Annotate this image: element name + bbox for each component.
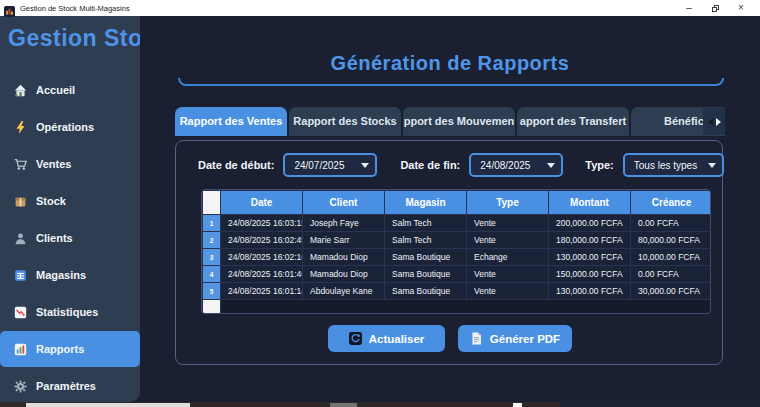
window-titlebar: Gestion de Stock Multi-Magasins – ×: [0, 0, 760, 16]
column-header-client[interactable]: Client: [303, 191, 385, 215]
sidebar-item-label: Paramètres: [36, 380, 96, 392]
taskbar-item[interactable]: [26, 403, 190, 407]
table-cell[interactable]: Salm Tech: [385, 232, 467, 249]
table-corner-cell: [203, 191, 221, 215]
row-header-cell[interactable]: 1: [203, 215, 221, 232]
gear-icon: [14, 380, 27, 393]
row-header-cell[interactable]: 2: [203, 232, 221, 249]
taskbar-item[interactable]: [330, 403, 357, 407]
sidebar-item-magasins[interactable]: Magasins: [0, 257, 140, 293]
start-date-label: Date de début:: [198, 159, 274, 171]
table-cell[interactable]: 180,000.00 FCFA: [549, 232, 631, 249]
taskbar-right: [560, 402, 760, 407]
table-cell[interactable]: Mamadou Diop: [303, 249, 385, 266]
table-cell[interactable]: 10,000.00 FCFA: [631, 249, 712, 266]
table-cell[interactable]: 0.00 FCFA: [631, 266, 712, 283]
table-cell[interactable]: 0.00 FCFA: [631, 215, 712, 232]
cart-icon: [14, 158, 27, 171]
sidebar-item-statistiques[interactable]: Statistiques: [0, 294, 140, 330]
type-select[interactable]: Tous les types: [623, 153, 724, 177]
sidebar-item-stock[interactable]: Stock: [0, 183, 140, 219]
table-cell[interactable]: 130,000.00 FCFA: [549, 283, 631, 300]
store-icon: [14, 269, 27, 282]
generate-pdf-button[interactable]: Générer PDF: [458, 325, 572, 352]
restore-icon[interactable]: [708, 2, 722, 14]
table-cell[interactable]: Echange: [467, 249, 549, 266]
tab-stocks[interactable]: Rapport des Stocks: [289, 107, 401, 136]
row-header-cell[interactable]: 5: [203, 283, 221, 300]
table-cell[interactable]: Abdoulaye Kane: [303, 283, 385, 300]
table-row[interactable]: 424/08/2025 16:01:46Mamadou DiopSama Bou…: [203, 266, 712, 283]
table-cell[interactable]: Sama Boutique: [385, 249, 467, 266]
sidebar-item-rapports[interactable]: Rapports: [0, 331, 140, 367]
window-title: Gestion de Stock Multi-Magasins: [20, 4, 682, 13]
report-tabs: Rapport des VentesRapport des Stocksppor…: [175, 107, 725, 136]
report-table-container: DateClientMagasinTypeMontantCréance124/0…: [201, 189, 711, 314]
table-cell[interactable]: Salm Tech: [385, 215, 467, 232]
table-cell[interactable]: Vente: [467, 266, 549, 283]
table-cell[interactable]: 30,000.00 FCFA: [631, 283, 712, 300]
refresh-button[interactable]: Actualiser: [328, 325, 445, 352]
tab-scroll-left-icon[interactable]: [708, 118, 713, 126]
table-row[interactable]: 524/08/2025 16:01:14Abdoulaye KaneSama B…: [203, 283, 712, 300]
type-value: Tous les types: [634, 160, 708, 171]
minimize-icon[interactable]: –: [682, 2, 696, 14]
column-header-date[interactable]: Date: [221, 191, 303, 215]
tab-mouvements[interactable]: pport des Mouvemen: [403, 107, 515, 136]
table-cell[interactable]: 80,000.00 FCFA: [631, 232, 712, 249]
app-icon: [4, 3, 15, 14]
table-cell[interactable]: Joseph Faye: [303, 215, 385, 232]
column-header-montant[interactable]: Montant: [549, 191, 631, 215]
refresh-button-label: Actualiser: [369, 333, 425, 345]
sidebar-item-label: Ventes: [36, 158, 71, 170]
table-cell[interactable]: 24/08/2025 16:01:14: [221, 283, 303, 300]
app-logo-text: Gestion Stock: [8, 25, 140, 52]
sidebar-item-parametres[interactable]: Paramètres: [0, 368, 140, 402]
sidebar-item-label: Statistiques: [36, 306, 98, 318]
table-cell[interactable]: 24/08/2025 16:02:45: [221, 232, 303, 249]
table-cell[interactable]: 130,000.00 FCFA: [549, 249, 631, 266]
table-cell[interactable]: Vente: [467, 215, 549, 232]
start-date-select[interactable]: 24/07/2025: [283, 153, 377, 177]
end-date-select[interactable]: 24/08/2025: [469, 153, 563, 177]
sidebar-item-clients[interactable]: Clients: [0, 220, 140, 256]
sidebar-item-label: Accueil: [36, 84, 75, 96]
tab-ventes[interactable]: Rapport des Ventes: [175, 107, 287, 136]
table-cell[interactable]: Vente: [467, 232, 549, 249]
table-cell[interactable]: 24/08/2025 16:02:16: [221, 249, 303, 266]
table-row[interactable]: 324/08/2025 16:02:16Mamadou DiopSama Bou…: [203, 249, 712, 266]
table-row[interactable]: 224/08/2025 16:02:45Marie SarrSalm TechV…: [203, 232, 712, 249]
person-icon: [14, 232, 27, 245]
sidebar-item-accueil[interactable]: Accueil: [0, 72, 140, 108]
table-cell[interactable]: Sama Boutique: [385, 266, 467, 283]
table-row[interactable]: 124/08/2025 16:03:15Joseph FayeSalm Tech…: [203, 215, 712, 232]
table-cell[interactable]: 24/08/2025 16:03:15: [221, 215, 303, 232]
pdf-document-icon: [470, 332, 483, 345]
sidebar-item-label: Clients: [36, 232, 73, 244]
column-header-créance[interactable]: Créance: [631, 191, 712, 215]
row-header-cell[interactable]: 4: [203, 266, 221, 283]
tab-transferts[interactable]: apport des Transfert: [517, 107, 629, 136]
column-header-magasin[interactable]: Magasin: [385, 191, 467, 215]
tab-scroll-right-icon[interactable]: [716, 118, 721, 126]
table-cell[interactable]: 200,000.00 FCFA: [549, 215, 631, 232]
table-cell[interactable]: Marie Sarr: [303, 232, 385, 249]
sidebar: Gestion Stock AccueilOpérationsVentesSto…: [0, 16, 140, 402]
table-cell[interactable]: Mamadou Diop: [303, 266, 385, 283]
home-icon: [14, 84, 27, 97]
close-icon[interactable]: ×: [734, 2, 748, 14]
filter-bar: Date de début: 24/07/2025 Date de fin: 2…: [176, 152, 724, 178]
table-cell[interactable]: Vente: [467, 283, 549, 300]
action-buttons: Actualiser Générer PDF: [176, 325, 724, 352]
table-cell[interactable]: 24/08/2025 16:01:46: [221, 266, 303, 283]
table-cell[interactable]: Sama Boutique: [385, 283, 467, 300]
sidebar-item-ventes[interactable]: Ventes: [0, 146, 140, 182]
taskbar-sliver: [0, 402, 760, 407]
table-header-row: DateClientMagasinTypeMontantCréance: [203, 191, 712, 215]
sidebar-item-operations[interactable]: Opérations: [0, 109, 140, 145]
table-cell[interactable]: 150,000.00 FCFA: [549, 266, 631, 283]
taskbar-item[interactable]: [513, 403, 522, 407]
new-row-header-cell[interactable]: [203, 300, 221, 315]
column-header-type[interactable]: Type: [467, 191, 549, 215]
row-header-cell[interactable]: 3: [203, 249, 221, 266]
